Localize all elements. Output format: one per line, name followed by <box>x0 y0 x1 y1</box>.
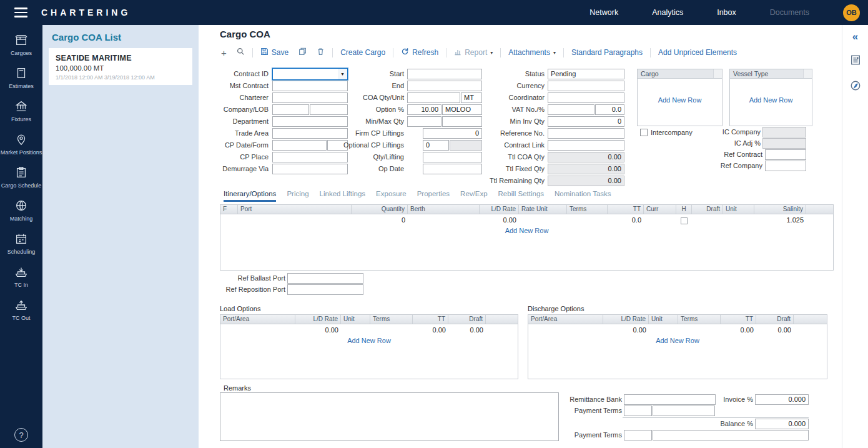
copy-button[interactable] <box>298 47 307 57</box>
cell-tt[interactable]: 0.00 <box>413 324 448 336</box>
column-header-ld-rate[interactable]: L/D Rate <box>295 315 341 324</box>
cp-date-field[interactable] <box>272 140 327 151</box>
contract-link-field[interactable] <box>548 140 624 151</box>
sidebar-item-market-positions[interactable]: Market Positions <box>0 132 42 156</box>
column-header-unit[interactable]: Unit <box>649 315 678 324</box>
cell-terms[interactable] <box>567 214 608 226</box>
column-header-curr[interactable]: Curr <box>644 205 676 214</box>
properties-panel-button[interactable] <box>850 54 861 67</box>
cell-quantity[interactable]: 0 <box>352 214 408 226</box>
column-header-terms[interactable]: Terms <box>678 315 721 324</box>
cell-port[interactable] <box>238 214 352 226</box>
column-header-salinity[interactable]: Salinity <box>754 205 806 214</box>
cell-rate-unit[interactable] <box>519 214 567 226</box>
column-header-tt[interactable]: TT <box>721 315 756 324</box>
new-button[interactable]: + <box>221 48 227 57</box>
column-header-terms[interactable]: Terms <box>567 205 608 214</box>
column-header-terms[interactable]: Terms <box>370 315 413 324</box>
option-pct-field[interactable]: 10.00 <box>407 104 441 115</box>
sidebar-item-estimates[interactable]: Estimates <box>0 66 42 89</box>
coa-qty-field[interactable] <box>407 92 460 103</box>
column-header-draft[interactable]: Draft <box>692 205 723 214</box>
tab-rebill-settings[interactable]: Rebill Settings <box>498 190 545 202</box>
cell-unit[interactable] <box>723 214 754 226</box>
cell-draft[interactable]: 0.00 <box>448 324 486 336</box>
ref-reposition-port-field[interactable] <box>287 284 363 295</box>
remarks-textarea[interactable] <box>220 392 559 441</box>
column-header-f[interactable]: F <box>220 205 238 214</box>
search-button[interactable] <box>237 47 245 57</box>
refresh-button[interactable]: Refresh <box>401 47 438 57</box>
save-button[interactable]: Save <box>260 47 289 57</box>
payment-terms-code-field[interactable] <box>624 406 652 416</box>
standard-paragraphs-button[interactable]: Standard Paragraphs <box>571 48 643 57</box>
tab-exposure[interactable]: Exposure <box>376 190 407 202</box>
column-header-tt[interactable]: TT <box>608 205 644 214</box>
table-row[interactable]: 0 0.00 0.0 1.025 <box>220 214 833 226</box>
column-header-unit[interactable]: Unit <box>723 205 754 214</box>
nav-network[interactable]: Network <box>589 8 618 17</box>
payment-terms-2-desc-field[interactable] <box>653 430 809 441</box>
vessel-type-add-new-row-link[interactable]: Add New Row <box>730 96 812 104</box>
sidebar-item-cargoes[interactable]: Cargoes <box>0 33 42 56</box>
intercompany-checkbox[interactable] <box>640 129 648 136</box>
cell-unit[interactable] <box>649 324 678 336</box>
scrollbar[interactable] <box>803 69 812 78</box>
cell-terms[interactable] <box>678 324 721 336</box>
table-row[interactable]: 0.00 0.00 0.00 <box>220 324 518 336</box>
min-qty-field[interactable] <box>407 116 441 127</box>
reference-no-field[interactable] <box>548 128 624 139</box>
hamburger-menu-icon[interactable] <box>0 7 41 17</box>
cell-tt[interactable]: 0.00 <box>721 324 756 336</box>
load-options-add-new-row-link[interactable]: Add New Row <box>220 337 518 344</box>
column-header-quantity[interactable]: Quantity <box>352 205 408 214</box>
cell-curr[interactable] <box>644 214 676 226</box>
column-header-tt[interactable]: TT <box>413 315 448 324</box>
column-header-draft[interactable]: Draft <box>448 315 486 324</box>
cell-f[interactable] <box>220 214 238 226</box>
payment-terms-2-code-field[interactable] <box>624 430 652 441</box>
help-button[interactable]: ? <box>14 428 28 442</box>
tab-linked-liftings[interactable]: Linked Liftings <box>320 190 366 202</box>
cell-terms[interactable] <box>370 324 413 336</box>
sidebar-item-scheduling[interactable]: Scheduling <box>0 232 42 255</box>
collapse-panel-button[interactable]: « <box>852 31 858 42</box>
discharge-options-add-new-row-link[interactable]: Add New Row <box>528 337 827 344</box>
sidebar-item-cargo-schedule[interactable]: Cargo Schedule <box>0 166 42 189</box>
attachments-dropdown-button[interactable]: Attachments ▾ <box>508 48 556 57</box>
user-avatar[interactable]: OB <box>843 4 860 21</box>
cell-port-area[interactable] <box>528 324 603 336</box>
cell-salinity[interactable]: 1.025 <box>754 214 806 226</box>
itinerary-add-new-row-link[interactable]: Add New Row <box>220 227 833 234</box>
column-header-rate-unit[interactable]: Rate Unit <box>519 205 567 214</box>
currency-field[interactable] <box>548 81 624 91</box>
cell-ld-rate[interactable]: 0.00 <box>480 214 519 226</box>
report-dropdown-button[interactable]: Report ▾ <box>454 48 493 57</box>
cell-ld-rate[interactable]: 0.00 <box>295 324 341 336</box>
cell-ld-rate[interactable]: 0.00 <box>603 324 649 336</box>
coordinator-field[interactable] <box>548 92 624 103</box>
balance-pct-field[interactable]: 0.000 <box>755 419 809 429</box>
cell-port-area[interactable] <box>220 324 295 336</box>
ref-ballast-port-field[interactable] <box>287 273 363 284</box>
status-field[interactable]: Pending <box>548 69 624 79</box>
company-field[interactable] <box>272 104 309 115</box>
ref-contract-field[interactable] <box>765 149 806 160</box>
vat-pct-field[interactable]: 0.0 <box>595 104 624 115</box>
tab-rev-exp[interactable]: Rev/Exp <box>460 190 487 202</box>
create-cargo-button[interactable]: Create Cargo <box>340 48 385 57</box>
tab-itinerary-options[interactable]: Itinerary/Options <box>224 190 276 202</box>
column-header-port-area[interactable]: Port/Area <box>528 315 603 324</box>
add-unpriced-elements-button[interactable]: Add Unpriced Elements <box>658 48 737 57</box>
column-header-ld-rate[interactable]: L/D Rate <box>603 315 649 324</box>
column-header-port[interactable]: Port <box>238 205 352 214</box>
delete-button[interactable] <box>317 47 325 57</box>
column-header-h[interactable]: H <box>676 205 692 214</box>
cell-tt[interactable]: 0.0 <box>608 214 644 226</box>
cell-unit[interactable] <box>341 324 370 336</box>
tab-nomination-tasks[interactable]: Nomination Tasks <box>555 190 611 202</box>
sidebar-item-fixtures[interactable]: Fixtures <box>0 99 42 122</box>
tab-pricing[interactable]: Pricing <box>287 190 308 202</box>
nav-inbox[interactable]: Inbox <box>717 8 736 17</box>
cell-draft[interactable]: 0.00 <box>756 324 794 336</box>
